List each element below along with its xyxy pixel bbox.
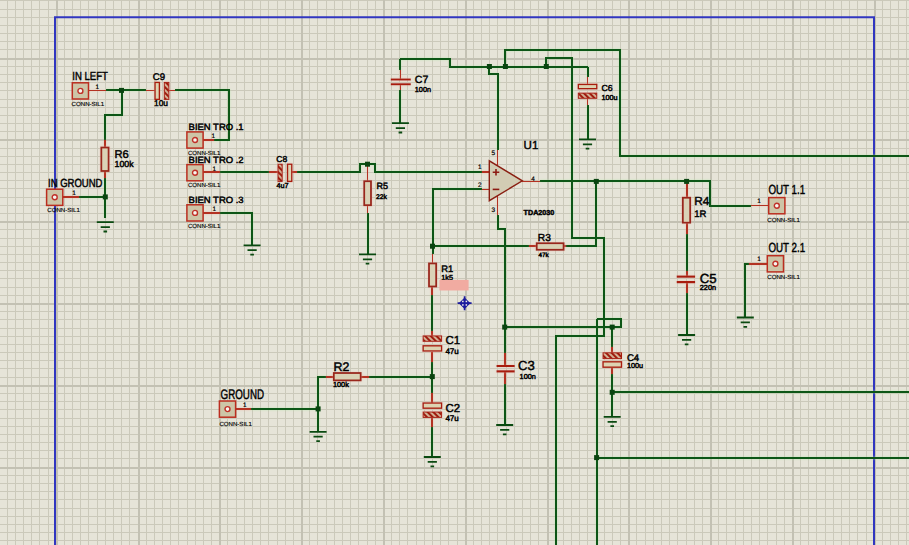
svg-text:4: 4 [531,176,535,183]
svg-text:CONN-SIL1: CONN-SIL1 [219,421,252,428]
svg-text:BIEN TRO .3: BIEN TRO .3 [189,195,244,205]
svg-text:U1: U1 [524,140,539,152]
svg-text:C8: C8 [276,154,287,164]
svg-text:C9: C9 [153,72,165,83]
svg-text:IN GROUND: IN GROUND [48,176,102,190]
svg-text:1: 1 [212,133,216,140]
svg-text:R4: R4 [694,194,710,208]
svg-text:22k: 22k [376,194,388,201]
svg-text:47k: 47k [539,252,550,259]
svg-text:C1: C1 [445,335,460,347]
svg-text:R2: R2 [334,360,350,374]
svg-text:10u: 10u [154,98,168,108]
svg-text:100u: 100u [627,361,643,370]
svg-text:1: 1 [72,190,76,197]
svg-text:IN LEFT: IN LEFT [72,69,108,83]
svg-text:1: 1 [757,256,761,263]
svg-text:C2: C2 [445,403,460,415]
svg-text:47u: 47u [445,414,458,423]
svg-text:1: 1 [96,84,100,91]
svg-text:5: 5 [492,150,496,157]
svg-text:CONN-SIL1: CONN-SIL1 [767,274,800,281]
svg-text:3: 3 [492,207,496,214]
svg-text:1: 1 [213,166,217,173]
svg-text:R3: R3 [538,233,551,244]
svg-text:TDA2030: TDA2030 [524,208,555,217]
svg-text:220n: 220n [700,283,716,292]
svg-text:C3: C3 [518,358,535,373]
svg-text:OUT 1.1: OUT 1.1 [768,182,805,197]
svg-text:CONN-SIL1: CONN-SIL1 [188,182,221,189]
svg-text:GROUND: GROUND [221,387,264,402]
svg-text:100u: 100u [601,93,617,102]
svg-text:1: 1 [243,402,247,409]
svg-text:100k: 100k [115,159,135,169]
svg-text:1: 1 [757,198,761,205]
svg-text:1: 1 [478,164,482,171]
svg-text:CONN-SIL1: CONN-SIL1 [188,223,221,230]
svg-text:4u7: 4u7 [277,181,289,190]
svg-text:CONN-SIL1: CONN-SIL1 [47,207,80,214]
svg-text:CONN-SIL1: CONN-SIL1 [72,101,105,108]
svg-text:100n: 100n [415,85,431,94]
svg-text:R5: R5 [376,181,388,191]
svg-text:1R: 1R [694,209,706,220]
svg-text:2: 2 [478,182,482,189]
svg-text:CONN-SIL1: CONN-SIL1 [767,217,800,224]
svg-text:BIEN TRO .2: BIEN TRO .2 [189,155,244,165]
svg-text:C6: C6 [601,83,612,93]
svg-text:BIEN TRO .1: BIEN TRO .1 [189,122,244,132]
svg-text:OUT 2.1: OUT 2.1 [768,240,805,255]
svg-text:100k: 100k [333,380,349,389]
svg-text:47u: 47u [445,347,458,356]
svg-text:100n: 100n [520,372,536,381]
svg-text:1: 1 [213,206,217,213]
